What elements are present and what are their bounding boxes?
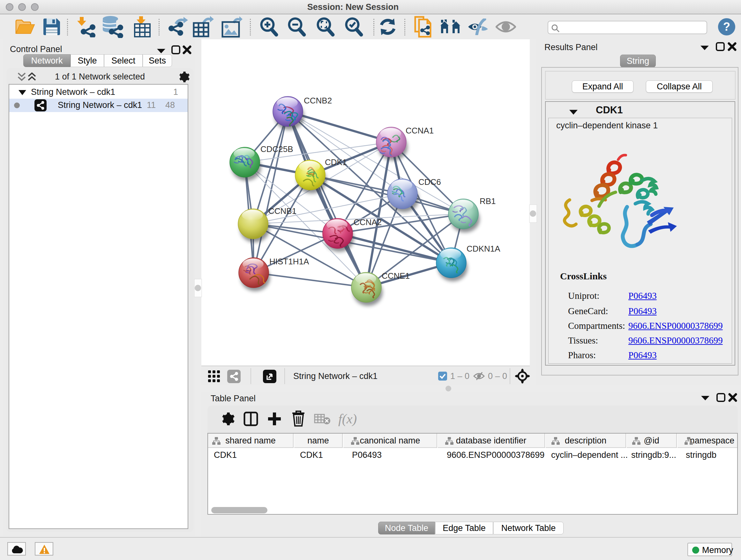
svg-text:CCNA2: CCNA2: [354, 217, 382, 227]
svg-text:CDC25B: CDC25B: [260, 144, 293, 154]
svg-text:CCNE1: CCNE1: [382, 271, 410, 281]
svg-text:f(x): f(x): [338, 412, 357, 427]
svg-text:CDK1: CDK1: [325, 158, 347, 167]
svg-text:RB1: RB1: [480, 196, 496, 206]
svg-text:CDC6: CDC6: [418, 177, 441, 187]
svg-text:CDKN1A: CDKN1A: [467, 244, 500, 253]
svg-text:HIST1H1A: HIST1H1A: [269, 257, 309, 266]
svg-text:?: ?: [723, 20, 730, 33]
svg-text:CCNB2: CCNB2: [304, 96, 332, 105]
svg-text:CCNA1: CCNA1: [406, 126, 434, 135]
svg-text:CCNB1: CCNB1: [268, 206, 296, 216]
